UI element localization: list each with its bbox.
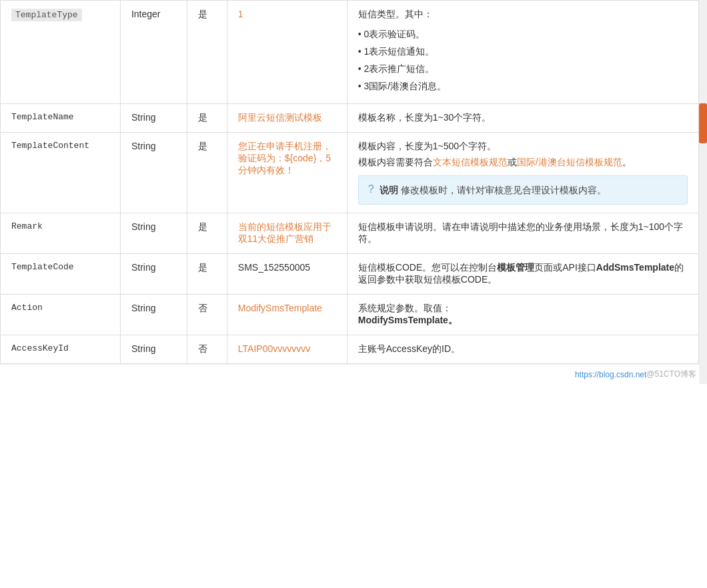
param-name: Remark [1, 213, 121, 254]
param-required: 是 [187, 104, 227, 133]
param-type: String [120, 213, 187, 254]
table-row: TemplateContent String 是 您正在申请手机注册，验证码为：… [1, 133, 699, 213]
params-table: TemplateType Integer 是 1 短信类型。其中： 0表示验证码… [0, 0, 699, 364]
param-name: TemplateType [1, 1, 121, 104]
table-row: Action String 否 ModifySmsTemplate 系统规定参数… [1, 295, 699, 335]
footer-bar: https://blog.csdn.net @51CTO博客 [0, 364, 707, 384]
param-example: LTAIP00vvvvvvvv [227, 335, 347, 364]
table-row: TemplateType Integer 是 1 短信类型。其中： 0表示验证码… [1, 1, 699, 104]
param-type: String [120, 295, 187, 335]
param-required: 否 [187, 295, 227, 335]
param-type: String [120, 104, 187, 133]
list-item: 3国际/港澳台消息。 [358, 78, 688, 95]
param-required: 否 [187, 335, 227, 364]
param-name: AccessKeyId [1, 335, 121, 364]
param-type: Integer [120, 1, 187, 104]
scrollbar-thumb[interactable] [699, 103, 707, 143]
param-example: 阿里云短信测试模板 [227, 104, 347, 133]
param-required: 是 [187, 213, 227, 254]
param-name: TemplateName [1, 104, 121, 133]
param-name: TemplateCode [1, 254, 121, 295]
note-box: ? 说明修改模板时，请针对审核意见合理设计模板内容。 [358, 175, 688, 205]
page-wrapper: TemplateType Integer 是 1 短信类型。其中： 0表示验证码… [0, 0, 707, 384]
info-icon: ? [368, 183, 374, 195]
template-rules-link1[interactable]: 文本短信模板规范 [433, 157, 508, 167]
footer-suffix: @51CTO博客 [646, 369, 696, 380]
table-row: Remark String 是 当前的短信模板应用于双11大促推广营销 短信模板… [1, 213, 699, 254]
param-description: 短信模板申请说明。请在申请说明中描述您的业务使用场景，长度为1~100个字符。 [347, 213, 698, 254]
param-example: ModifySmsTemplate [227, 295, 347, 335]
table-row: TemplateCode String 是 SMS_152550005 短信模板… [1, 254, 699, 295]
param-description: 主账号AccessKey的ID。 [347, 335, 698, 364]
param-description: 模板名称，长度为1~30个字符。 [347, 104, 698, 133]
list-item: 2表示推广短信。 [358, 61, 688, 78]
param-required: 是 [187, 1, 227, 104]
param-description: 短信类型。其中： 0表示验证码。 1表示短信通知。 2表示推广短信。 3国际/港… [347, 1, 698, 104]
param-example: 当前的短信模板应用于双11大促推广营销 [227, 213, 347, 254]
footer-link[interactable]: https://blog.csdn.net [575, 370, 646, 379]
param-name: TemplateContent [1, 133, 121, 213]
param-type: String [120, 133, 187, 213]
param-example: 您正在申请手机注册，验证码为：${code}，5分钟内有效！ [227, 133, 347, 213]
param-name: Action [1, 295, 121, 335]
table-row: TemplateName String 是 阿里云短信测试模板 模板名称，长度为… [1, 104, 699, 133]
param-example: SMS_152550005 [227, 254, 347, 295]
param-type: String [120, 335, 187, 364]
template-rules-link2[interactable]: 国际/港澳台短信模板规范 [517, 157, 622, 167]
param-example: 1 [227, 1, 347, 104]
param-required: 是 [187, 133, 227, 213]
param-description: 模板内容，长度为1~500个字符。 模板内容需要符合文本短信模板规范或国际/港澳… [347, 133, 698, 213]
list-item: 1表示短信通知。 [358, 43, 688, 61]
scrollbar-track[interactable] [699, 0, 707, 384]
param-type: String [120, 254, 187, 295]
table-row: AccessKeyId String 否 LTAIP00vvvvvvvv 主账号… [1, 335, 699, 364]
param-description: 系统规定参数。取值： ModifySmsTemplate。 [347, 295, 698, 335]
param-description: 短信模板CODE。您可以在控制台模板管理页面或API接口AddSmsTempla… [347, 254, 698, 295]
param-required: 是 [187, 254, 227, 295]
list-item: 0表示验证码。 [358, 26, 688, 43]
